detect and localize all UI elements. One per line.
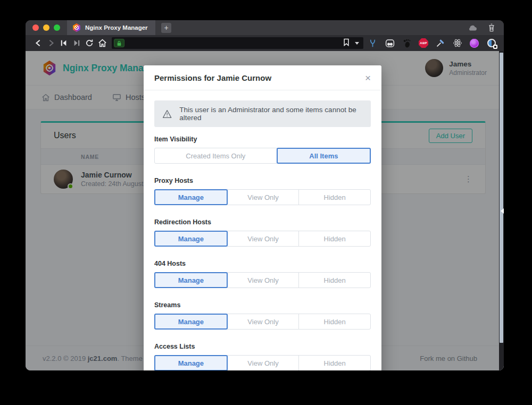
access-lists-group: Manage View Only Hidden — [154, 355, 371, 370]
npm-favicon-icon — [72, 23, 81, 32]
skip-to-end-button[interactable] — [70, 37, 83, 49]
traffic-lights — [32, 24, 60, 31]
section-label-item-visibility: Item Visibility — [154, 136, 371, 143]
minimize-window-button[interactable] — [43, 24, 49, 31]
modal-title: Permissions for Jamie Curnow — [154, 73, 271, 82]
redirection-hosts-group: Manage View Only Hidden — [154, 231, 371, 247]
site-security-lock-icon[interactable] — [114, 39, 124, 47]
item-visibility-group: Created Items Only All Items — [154, 148, 371, 164]
visibility-created-items-only-button[interactable]: Created Items Only — [154, 148, 277, 164]
browser-window: Nginx Proxy Manager + — [26, 20, 504, 370]
streams-group: Manage View Only Hidden — [154, 314, 371, 330]
back-button[interactable] — [32, 37, 45, 49]
container-mask-extension-icon[interactable] — [385, 38, 395, 48]
purple-extension-icon[interactable] — [469, 38, 479, 48]
redirection-hosts-hidden-button[interactable]: Hidden — [298, 231, 371, 247]
trash-icon[interactable] — [486, 23, 496, 33]
home-button[interactable] — [96, 37, 109, 49]
redirection-hosts-view-only-button[interactable]: View Only — [227, 231, 300, 247]
browser-toolbar: ABP — [26, 35, 504, 51]
visibility-all-items-button[interactable]: All Items — [277, 148, 371, 164]
tab-bar: Nginx Proxy Manager + — [26, 20, 504, 35]
section-label-access-lists: Access Lists — [154, 343, 371, 350]
access-lists-hidden-button[interactable]: Hidden — [298, 355, 371, 370]
proxy-hosts-manage-button[interactable]: Manage — [154, 189, 228, 205]
forward-button[interactable] — [45, 37, 57, 49]
fork-extension-icon[interactable] — [368, 38, 378, 48]
alert-text: This user is an Administrator and some i… — [179, 106, 363, 122]
permissions-modal: Permissions for Jamie Curnow × This user… — [144, 65, 381, 370]
modal-close-button[interactable]: × — [365, 73, 371, 83]
bookmark-icon[interactable] — [343, 38, 350, 48]
reload-button[interactable] — [83, 37, 96, 49]
access-lists-manage-button[interactable]: Manage — [154, 355, 228, 370]
404-hosts-view-only-button[interactable]: View Only — [227, 272, 300, 288]
admin-warning-alert: This user is an Administrator and some i… — [154, 100, 371, 127]
streams-manage-button[interactable]: Manage — [154, 314, 228, 330]
streams-hidden-button[interactable]: Hidden — [298, 314, 371, 330]
404-hosts-group: Manage View Only Hidden — [154, 272, 371, 288]
section-label-404-hosts: 404 Hosts — [154, 260, 371, 267]
cloud-sync-icon[interactable] — [468, 23, 478, 33]
section-label-streams: Streams — [154, 301, 371, 309]
warning-triangle-icon — [162, 109, 172, 119]
eyedropper-extension-icon[interactable] — [435, 38, 445, 48]
address-bar[interactable] — [112, 37, 363, 49]
proxy-hosts-group: Manage View Only Hidden — [154, 189, 371, 205]
section-label-proxy-hosts: Proxy Hosts — [154, 177, 371, 184]
proxy-hosts-view-only-button[interactable]: View Only — [227, 189, 300, 205]
section-label-redirection-hosts: Redirection Hosts — [154, 218, 371, 226]
gnome-foot-extension-icon[interactable] — [402, 38, 412, 48]
404-hosts-hidden-button[interactable]: Hidden — [298, 272, 371, 288]
proxy-hosts-hidden-button[interactable]: Hidden — [298, 189, 371, 205]
extension-icons: ABP — [368, 38, 496, 48]
edge-arrow-indicator — [501, 208, 504, 214]
privacy-pie-extension-icon[interactable] — [486, 38, 496, 48]
zoom-window-button[interactable] — [54, 24, 60, 31]
lock-badge-icon — [493, 45, 497, 49]
streams-view-only-button[interactable]: View Only — [227, 314, 300, 330]
scrollbar-thumb[interactable] — [500, 53, 503, 343]
bookmarks-dropdown-caret-icon[interactable] — [355, 42, 359, 45]
page-viewport: Nginx Proxy Manager James Administrator … — [26, 51, 504, 370]
tab-title: Nginx Proxy Manager — [85, 24, 148, 31]
adblock-plus-extension-icon[interactable]: ABP — [419, 38, 428, 48]
skip-to-start-button[interactable] — [57, 37, 70, 49]
close-window-button[interactable] — [32, 24, 39, 31]
access-lists-view-only-button[interactable]: View Only — [227, 355, 300, 370]
new-tab-button[interactable]: + — [161, 23, 171, 33]
browser-tab[interactable]: Nginx Proxy Manager — [67, 20, 155, 35]
404-hosts-manage-button[interactable]: Manage — [154, 272, 228, 288]
redirection-hosts-manage-button[interactable]: Manage — [154, 231, 228, 247]
atom-extension-icon[interactable] — [452, 38, 462, 48]
